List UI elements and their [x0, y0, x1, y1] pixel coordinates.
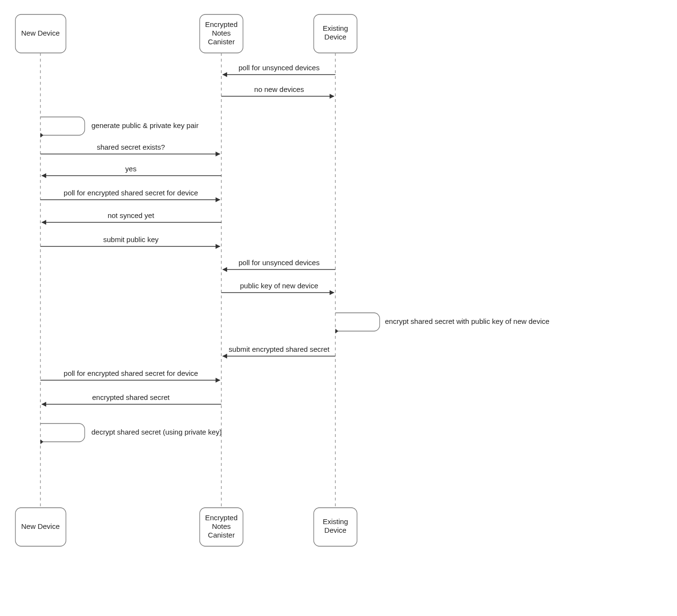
actor-label: Device	[324, 526, 346, 534]
self-loop	[335, 313, 380, 331]
msg-label: poll for encrypted shared secret for dev…	[64, 189, 198, 197]
msg-label: generate public & private key pair	[91, 121, 199, 129]
actor-label: Encrypted	[205, 513, 238, 522]
msg-label: public key of new device	[240, 282, 319, 290]
msg-label: shared secret exists?	[97, 143, 165, 151]
msg-label: encrypted shared secret	[92, 393, 170, 401]
msg-label: submit encrypted shared secret	[229, 345, 330, 353]
self-loop	[40, 117, 85, 135]
msg-label: poll for unsynced devices	[239, 258, 319, 267]
msg-label: poll for encrypted shared secret for dev…	[64, 369, 198, 377]
msg-label: submit public key	[103, 235, 159, 244]
actor-label: New Device	[21, 29, 60, 37]
msg-label: decrypt shared secret (using private key…	[91, 428, 222, 436]
self-loop	[40, 424, 85, 442]
actor-label: Device	[324, 33, 346, 41]
actor-label: Existing	[323, 24, 348, 32]
actor-label: Notes	[212, 522, 230, 530]
msg-label: no new devices	[254, 85, 304, 93]
msg-label: encrypt shared secret with public key of…	[385, 317, 549, 325]
actor-label: Notes	[212, 29, 230, 37]
sequence-diagram: New Device Encrypted Notes Canister Exis…	[0, 0, 677, 616]
msg-label: not synced yet	[108, 211, 155, 219]
msg-label: yes	[125, 165, 136, 173]
actor-label: Existing	[323, 517, 348, 526]
msg-label: poll for unsynced devices	[239, 64, 319, 72]
actor-label: Canister	[208, 531, 235, 539]
actor-label: Canister	[208, 38, 235, 46]
actor-label: New Device	[21, 522, 60, 530]
actor-label: Encrypted	[205, 20, 238, 28]
